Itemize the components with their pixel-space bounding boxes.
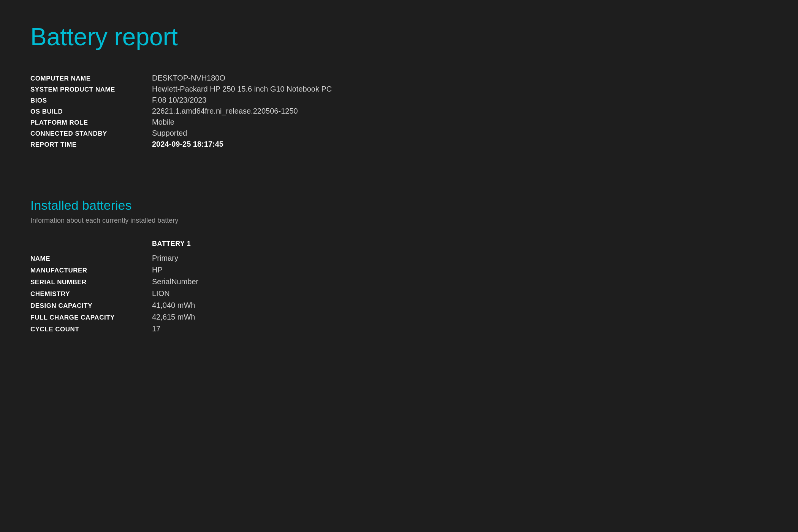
label-battery-cycle-count: CYCLE COUNT (30, 326, 152, 333)
value-os-build: 22621.1.amd64fre.ni_release.220506-1250 (152, 107, 298, 116)
label-battery-serial-number: SERIAL NUMBER (30, 279, 152, 286)
label-battery-full-charge-capacity: FULL CHARGE CAPACITY (30, 314, 152, 321)
battery-row-serial-number: SERIAL NUMBER SerialNumber (30, 277, 768, 286)
system-info-section: COMPUTER NAME DESKTOP-NVH180O SYSTEM PRO… (30, 74, 768, 149)
info-row-connected-standby: CONNECTED STANDBY Supported (30, 129, 768, 138)
label-os-build: OS BUILD (30, 108, 152, 116)
value-battery-serial-number: SerialNumber (152, 277, 198, 286)
label-report-time: REPORT TIME (30, 141, 152, 149)
label-battery-chemistry: CHEMISTRY (30, 290, 152, 298)
installed-batteries-subtitle: Information about each currently install… (30, 217, 768, 225)
info-row-system-product-name: SYSTEM PRODUCT NAME Hewlett-Packard HP 2… (30, 85, 768, 93)
label-battery-name: NAME (30, 255, 152, 263)
installed-batteries-title: Installed batteries (30, 198, 768, 213)
value-battery-design-capacity: 41,040 mWh (152, 301, 195, 310)
value-platform-role: Mobile (152, 118, 174, 127)
info-row-platform-role: PLATFORM ROLE Mobile (30, 118, 768, 127)
label-system-product-name: SYSTEM PRODUCT NAME (30, 86, 152, 93)
info-row-report-time: REPORT TIME 2024-09-25 18:17:45 (30, 140, 768, 149)
installed-batteries-section: Installed batteries Information about ea… (30, 198, 768, 333)
battery-row-full-charge-capacity: FULL CHARGE CAPACITY 42,615 mWh (30, 313, 768, 321)
battery-row-manufacturer: MANUFACTURER HP (30, 266, 768, 274)
value-computer-name: DESKTOP-NVH180O (152, 74, 225, 82)
value-report-time: 2024-09-25 18:17:45 (152, 140, 223, 149)
value-battery-cycle-count: 17 (152, 325, 160, 333)
value-battery-full-charge-capacity: 42,615 mWh (152, 313, 195, 321)
info-row-computer-name: COMPUTER NAME DESKTOP-NVH180O (30, 74, 768, 82)
label-bios: BIOS (30, 97, 152, 104)
info-row-bios: BIOS F.08 10/23/2023 (30, 96, 768, 104)
label-connected-standby: CONNECTED STANDBY (30, 130, 152, 138)
label-battery-design-capacity: DESIGN CAPACITY (30, 302, 152, 310)
value-battery-name: Primary (152, 254, 178, 263)
info-row-os-build: OS BUILD 22621.1.amd64fre.ni_release.220… (30, 107, 768, 116)
label-battery-manufacturer: MANUFACTURER (30, 267, 152, 274)
value-battery-chemistry: LION (152, 289, 170, 298)
battery-row-chemistry: CHEMISTRY LION (30, 289, 768, 298)
value-battery-manufacturer: HP (152, 266, 163, 274)
value-system-product-name: Hewlett-Packard HP 250 15.6 inch G10 Not… (152, 85, 332, 93)
label-platform-role: PLATFORM ROLE (30, 119, 152, 127)
battery-row-name: NAME Primary (30, 254, 768, 263)
label-computer-name: COMPUTER NAME (30, 75, 152, 82)
page-title: Battery report (30, 23, 768, 51)
battery-table: BATTERY 1 NAME Primary MANUFACTURER HP S… (30, 240, 768, 333)
battery-row-design-capacity: DESIGN CAPACITY 41,040 mWh (30, 301, 768, 310)
value-bios: F.08 10/23/2023 (152, 96, 206, 104)
battery-col-label-spacer (30, 240, 152, 248)
battery-header-row: BATTERY 1 (30, 240, 768, 248)
battery-row-cycle-count: CYCLE COUNT 17 (30, 325, 768, 333)
value-connected-standby: Supported (152, 129, 187, 138)
battery-1-header: BATTERY 1 (152, 240, 191, 248)
